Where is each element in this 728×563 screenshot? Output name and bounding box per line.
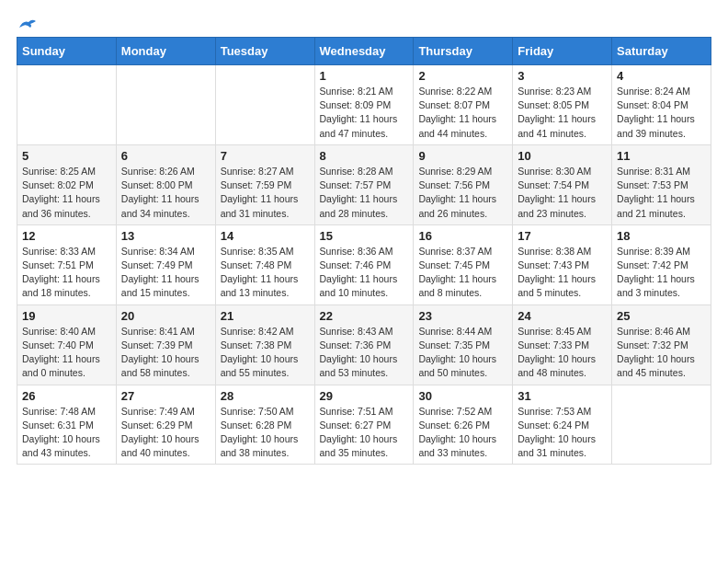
day-info: Sunrise: 7:51 AMSunset: 6:27 PMDaylight:… xyxy=(320,405,409,461)
calendar-cell: 28Sunrise: 7:50 AMSunset: 6:28 PMDayligh… xyxy=(215,385,314,465)
day-info: Sunrise: 7:50 AMSunset: 6:28 PMDaylight:… xyxy=(221,405,310,461)
day-number: 17 xyxy=(518,229,607,243)
day-number: 27 xyxy=(121,389,210,403)
day-info: Sunrise: 8:30 AMSunset: 7:54 PMDaylight:… xyxy=(518,165,607,221)
calendar-cell xyxy=(215,65,314,145)
day-info: Sunrise: 8:43 AMSunset: 7:36 PMDaylight:… xyxy=(320,325,409,381)
day-number: 14 xyxy=(221,229,310,243)
day-info: Sunrise: 8:24 AMSunset: 8:04 PMDaylight:… xyxy=(617,85,706,141)
logo-bird-icon xyxy=(17,17,38,33)
calendar-cell: 11Sunrise: 8:31 AMSunset: 7:53 PMDayligh… xyxy=(612,144,711,224)
day-info: Sunrise: 8:46 AMSunset: 7:32 PMDaylight:… xyxy=(617,325,706,381)
day-info: Sunrise: 8:36 AMSunset: 7:46 PMDaylight:… xyxy=(320,245,409,301)
day-number: 29 xyxy=(320,389,409,403)
calendar-cell: 24Sunrise: 8:45 AMSunset: 7:33 PMDayligh… xyxy=(513,304,612,385)
day-info: Sunrise: 8:31 AMSunset: 7:53 PMDaylight:… xyxy=(617,165,706,221)
day-info: Sunrise: 8:42 AMSunset: 7:38 PMDaylight:… xyxy=(221,325,310,381)
calendar-cell: 21Sunrise: 8:42 AMSunset: 7:38 PMDayligh… xyxy=(215,304,314,385)
calendar-cell: 6Sunrise: 8:26 AMSunset: 8:00 PMDaylight… xyxy=(116,144,215,224)
calendar-cell: 31Sunrise: 7:53 AMSunset: 6:24 PMDayligh… xyxy=(513,385,612,465)
col-thursday: Thursday xyxy=(414,38,513,65)
day-info: Sunrise: 8:26 AMSunset: 8:00 PMDaylight:… xyxy=(121,165,210,221)
day-info: Sunrise: 8:40 AMSunset: 7:40 PMDaylight:… xyxy=(22,325,111,381)
day-number: 24 xyxy=(518,309,607,323)
calendar-cell: 14Sunrise: 8:35 AMSunset: 7:48 PMDayligh… xyxy=(215,224,314,304)
calendar-week-row: 19Sunrise: 8:40 AMSunset: 7:40 PMDayligh… xyxy=(17,304,711,385)
day-info: Sunrise: 8:28 AMSunset: 7:57 PMDaylight:… xyxy=(320,165,409,221)
day-number: 6 xyxy=(121,149,210,163)
calendar-cell: 12Sunrise: 8:33 AMSunset: 7:51 PMDayligh… xyxy=(17,224,117,304)
day-number: 23 xyxy=(418,309,507,323)
day-number: 10 xyxy=(518,149,607,163)
day-info: Sunrise: 8:23 AMSunset: 8:05 PMDaylight:… xyxy=(518,85,607,141)
calendar-week-row: 5Sunrise: 8:25 AMSunset: 8:02 PMDaylight… xyxy=(17,144,711,224)
day-info: Sunrise: 8:34 AMSunset: 7:49 PMDaylight:… xyxy=(121,245,210,301)
day-info: Sunrise: 8:41 AMSunset: 7:39 PMDaylight:… xyxy=(121,325,210,381)
calendar-cell: 15Sunrise: 8:36 AMSunset: 7:46 PMDayligh… xyxy=(314,224,414,304)
day-number: 31 xyxy=(518,389,607,403)
page: Sunday Monday Tuesday Wednesday Thursday… xyxy=(0,0,728,563)
calendar-cell: 16Sunrise: 8:37 AMSunset: 7:45 PMDayligh… xyxy=(414,224,513,304)
day-number: 19 xyxy=(22,309,111,323)
calendar-cell: 3Sunrise: 8:23 AMSunset: 8:05 PMDaylight… xyxy=(513,65,612,145)
day-number: 30 xyxy=(418,389,507,403)
day-info: Sunrise: 8:22 AMSunset: 8:07 PMDaylight:… xyxy=(418,85,507,141)
calendar-cell: 5Sunrise: 8:25 AMSunset: 8:02 PMDaylight… xyxy=(17,144,117,224)
calendar-week-row: 1Sunrise: 8:21 AMSunset: 8:09 PMDaylight… xyxy=(17,65,711,145)
calendar-cell: 30Sunrise: 7:52 AMSunset: 6:26 PMDayligh… xyxy=(414,385,513,465)
calendar-cell: 25Sunrise: 8:46 AMSunset: 7:32 PMDayligh… xyxy=(612,304,711,385)
day-info: Sunrise: 8:29 AMSunset: 7:56 PMDaylight:… xyxy=(418,165,507,221)
day-number: 13 xyxy=(121,229,210,243)
day-number: 25 xyxy=(617,309,706,323)
calendar-cell: 8Sunrise: 8:28 AMSunset: 7:57 PMDaylight… xyxy=(314,144,414,224)
day-info: Sunrise: 8:39 AMSunset: 7:42 PMDaylight:… xyxy=(617,245,706,301)
day-number: 16 xyxy=(418,229,507,243)
calendar-cell: 9Sunrise: 8:29 AMSunset: 7:56 PMDaylight… xyxy=(414,144,513,224)
header xyxy=(17,17,711,29)
day-info: Sunrise: 7:48 AMSunset: 6:31 PMDaylight:… xyxy=(22,405,111,461)
calendar-cell: 18Sunrise: 8:39 AMSunset: 7:42 PMDayligh… xyxy=(612,224,711,304)
day-number: 3 xyxy=(518,69,607,83)
calendar-cell: 22Sunrise: 8:43 AMSunset: 7:36 PMDayligh… xyxy=(314,304,414,385)
calendar-cell xyxy=(116,65,215,145)
day-info: Sunrise: 8:45 AMSunset: 7:33 PMDaylight:… xyxy=(518,325,607,381)
col-saturday: Saturday xyxy=(612,38,711,65)
calendar-header-row: Sunday Monday Tuesday Wednesday Thursday… xyxy=(17,38,711,65)
calendar-cell: 19Sunrise: 8:40 AMSunset: 7:40 PMDayligh… xyxy=(17,304,117,385)
day-info: Sunrise: 8:27 AMSunset: 7:59 PMDaylight:… xyxy=(221,165,310,221)
calendar-cell xyxy=(612,385,711,465)
col-sunday: Sunday xyxy=(17,38,117,65)
day-number: 28 xyxy=(221,389,310,403)
day-info: Sunrise: 8:37 AMSunset: 7:45 PMDaylight:… xyxy=(418,245,507,301)
day-info: Sunrise: 8:33 AMSunset: 7:51 PMDaylight:… xyxy=(22,245,111,301)
col-wednesday: Wednesday xyxy=(314,38,414,65)
day-number: 18 xyxy=(617,229,706,243)
calendar-cell: 7Sunrise: 8:27 AMSunset: 7:59 PMDaylight… xyxy=(215,144,314,224)
calendar-cell: 4Sunrise: 8:24 AMSunset: 8:04 PMDaylight… xyxy=(612,65,711,145)
day-number: 5 xyxy=(22,149,111,163)
day-number: 4 xyxy=(617,69,706,83)
calendar-cell: 29Sunrise: 7:51 AMSunset: 6:27 PMDayligh… xyxy=(314,385,414,465)
logo xyxy=(17,17,38,29)
day-number: 11 xyxy=(617,149,706,163)
day-info: Sunrise: 8:38 AMSunset: 7:43 PMDaylight:… xyxy=(518,245,607,301)
day-number: 7 xyxy=(221,149,310,163)
col-monday: Monday xyxy=(116,38,215,65)
calendar-table: Sunday Monday Tuesday Wednesday Thursday… xyxy=(17,37,711,465)
day-number: 22 xyxy=(320,309,409,323)
col-friday: Friday xyxy=(513,38,612,65)
calendar-cell: 13Sunrise: 8:34 AMSunset: 7:49 PMDayligh… xyxy=(116,224,215,304)
day-info: Sunrise: 8:44 AMSunset: 7:35 PMDaylight:… xyxy=(418,325,507,381)
calendar-cell: 10Sunrise: 8:30 AMSunset: 7:54 PMDayligh… xyxy=(513,144,612,224)
day-number: 9 xyxy=(418,149,507,163)
day-number: 26 xyxy=(22,389,111,403)
day-info: Sunrise: 8:25 AMSunset: 8:02 PMDaylight:… xyxy=(22,165,111,221)
calendar-week-row: 12Sunrise: 8:33 AMSunset: 7:51 PMDayligh… xyxy=(17,224,711,304)
day-info: Sunrise: 7:49 AMSunset: 6:29 PMDaylight:… xyxy=(121,405,210,461)
calendar-cell xyxy=(17,65,117,145)
day-info: Sunrise: 8:35 AMSunset: 7:48 PMDaylight:… xyxy=(221,245,310,301)
calendar-cell: 1Sunrise: 8:21 AMSunset: 8:09 PMDaylight… xyxy=(314,65,414,145)
day-number: 8 xyxy=(320,149,409,163)
day-number: 21 xyxy=(221,309,310,323)
calendar-cell: 26Sunrise: 7:48 AMSunset: 6:31 PMDayligh… xyxy=(17,385,117,465)
